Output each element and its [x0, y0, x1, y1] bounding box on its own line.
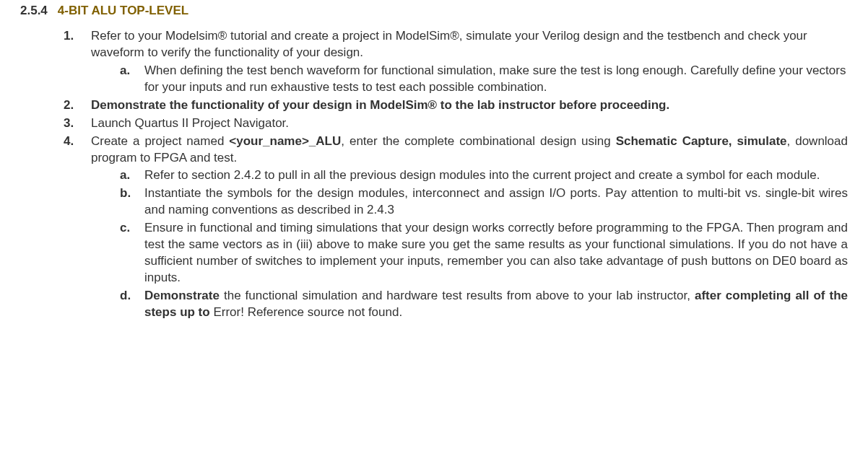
- list-item-1a: a. When defining the test bench waveform…: [120, 63, 848, 96]
- list-item-4b: b. Instantiate the symbols for the desig…: [120, 185, 848, 219]
- sub-list: a. Refer to section 2.4.2 to pull in all…: [120, 167, 848, 320]
- item-text: Instantiate the symbols for the design m…: [144, 186, 848, 216]
- list-item-4d: d. Demonstrate the functional simulation…: [120, 288, 848, 321]
- item-text: Launch Quartus II Project Navigator.: [91, 116, 289, 130]
- text-fragment: Create a project named: [91, 134, 229, 148]
- section-title: 4-BIT ALU TOP-LEVEL: [58, 3, 188, 19]
- bold-text: Schematic Capture, simulate: [616, 134, 787, 148]
- text-fragment: the functional simulation and hardware t…: [220, 289, 695, 302]
- instruction-list: 1. Refer to your Modelsim® tutorial and …: [64, 28, 848, 321]
- item-text: Demonstrate the functionality of your de…: [91, 98, 669, 112]
- list-item-4a: a. Refer to section 2.4.2 to pull in all…: [120, 167, 848, 184]
- item-text: Refer to section 2.4.2 to pull in all th…: [144, 168, 820, 182]
- list-item-2: 2. Demonstrate the functionality of your…: [64, 97, 848, 114]
- item-text: Demonstrate the functional simulation an…: [144, 289, 848, 319]
- item-number: 2.: [64, 97, 74, 114]
- list-item-1: 1. Refer to your Modelsim® tutorial and …: [64, 28, 848, 96]
- item-text: Refer to your Modelsim® tutorial and cre…: [91, 29, 807, 59]
- error-reference: Error! Reference source not found.: [213, 305, 402, 319]
- section-header: 2.5.4 4-BIT ALU TOP-LEVEL: [20, 3, 848, 19]
- project-name-placeholder: <your_name>_ALU: [229, 134, 341, 148]
- item-text: Create a project named <your_name>_ALU, …: [91, 134, 848, 165]
- item-number: 4.: [64, 133, 74, 150]
- section-number: 2.5.4: [20, 3, 48, 19]
- list-item-4c: c. Ensure in functional and timing simul…: [120, 220, 848, 286]
- list-item-3: 3. Launch Quartus II Project Navigator.: [64, 115, 848, 132]
- list-item-4: 4. Create a project named <your_name>_AL…: [64, 133, 848, 321]
- item-number: b.: [120, 185, 131, 202]
- text-fragment: , enter the complete combinational desig…: [341, 134, 615, 148]
- item-number: a.: [120, 167, 130, 184]
- item-number: 1.: [64, 28, 74, 45]
- item-text: Ensure in functional and timing simulati…: [144, 221, 848, 284]
- sub-list: a. When defining the test bench waveform…: [120, 63, 848, 96]
- item-number: d.: [120, 288, 131, 304]
- item-number: a.: [120, 63, 130, 79]
- bold-text: Demonstrate: [144, 289, 220, 302]
- item-number: 3.: [64, 115, 74, 132]
- item-text: When defining the test bench waveform fo…: [144, 63, 846, 94]
- item-number: c.: [120, 220, 130, 237]
